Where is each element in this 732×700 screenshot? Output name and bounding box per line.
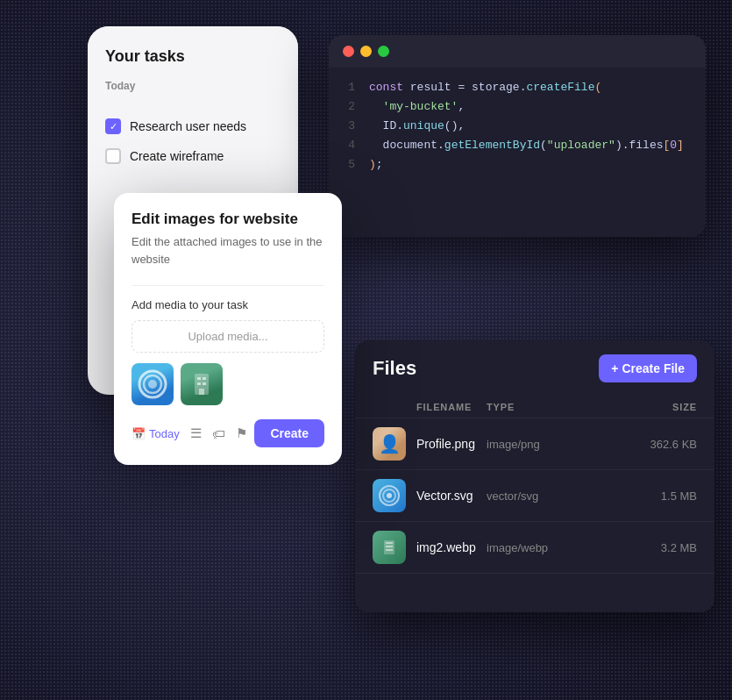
- code-titlebar: [329, 35, 706, 68]
- svg-rect-6: [386, 549, 393, 551]
- line-number: 3: [343, 117, 355, 136]
- code-line-1: 1 const result = storage.createFile(: [343, 78, 692, 97]
- svg-rect-15: [199, 389, 204, 395]
- footer-icons: 📅 Today ☰ 🏷 ⚑: [131, 425, 247, 441]
- building-thumb-icon: [377, 535, 402, 560]
- media-thumb-1[interactable]: [131, 363, 174, 405]
- line-number: 5: [343, 155, 355, 175]
- media-thumb-2[interactable]: [181, 363, 223, 405]
- files-panel: Files + Create File FILENAME TYPE SIZE 👤…: [355, 340, 714, 612]
- file-name-vector: Vector.svg: [416, 489, 487, 503]
- file-row-vector[interactable]: Vector.svg vector/svg 1.5 MB: [355, 470, 714, 522]
- create-task-button[interactable]: Create: [254, 419, 324, 447]
- file-name-profile: Profile.png: [416, 437, 487, 451]
- task-checkbox-1[interactable]: ✓: [105, 118, 121, 134]
- vector-svg-icon: [377, 483, 402, 508]
- flag-icon[interactable]: ⚑: [236, 425, 247, 441]
- task-item-1: ✓ Research user needs: [88, 111, 298, 141]
- upload-placeholder: Upload media...: [188, 330, 267, 343]
- task-label-2: Create wireframe: [130, 149, 224, 163]
- file-thumb-img2: [373, 531, 406, 564]
- file-type-profile: image/png: [487, 438, 609, 451]
- filename-col-header: FILENAME: [416, 402, 487, 412]
- svg-rect-12: [203, 377, 206, 380]
- divider-1: [131, 285, 324, 286]
- code-body: 1 const result = storage.createFile( 2 '…: [329, 68, 706, 185]
- stripes-thumb-icon: [135, 367, 170, 402]
- files-header: Files + Create File: [355, 340, 714, 396]
- list-icon[interactable]: ☰: [190, 425, 202, 441]
- minimize-dot: [360, 46, 372, 57]
- file-name-img2: img2.webp: [416, 540, 487, 554]
- line-number: 4: [343, 136, 355, 155]
- modal-title: Edit images for website: [131, 211, 324, 228]
- svg-rect-11: [197, 377, 201, 380]
- modal-footer: 📅 Today ☰ 🏷 ⚑ Create: [131, 419, 324, 447]
- file-type-vector: vector/svg: [487, 489, 609, 503]
- svg-rect-14: [203, 382, 206, 385]
- size-col-header: SIZE: [609, 402, 697, 412]
- type-col-header: TYPE: [487, 402, 609, 412]
- file-size-img2: 3.2 MB: [609, 541, 697, 554]
- date-tag[interactable]: 📅 Today: [131, 427, 180, 440]
- close-dot: [343, 46, 354, 57]
- task-checkbox-2[interactable]: [105, 148, 121, 164]
- file-size-vector: 1.5 MB: [609, 489, 697, 503]
- line-number: 2: [343, 97, 355, 117]
- code-line-4: 4 document.getElementById("uploader").fi…: [343, 136, 692, 155]
- file-thumb-profile: 👤: [373, 427, 406, 461]
- line-number: 1: [343, 78, 355, 97]
- date-label: Today: [149, 427, 180, 440]
- code-line-5: 5 );: [343, 155, 692, 175]
- svg-rect-5: [386, 546, 393, 547]
- file-thumb-vector: [373, 479, 406, 512]
- files-table-header: FILENAME TYPE SIZE: [355, 396, 714, 418]
- calendar-icon: 📅: [131, 427, 146, 440]
- upload-media-area[interactable]: Upload media...: [131, 320, 324, 353]
- task-item-2: Create wireframe: [88, 141, 298, 171]
- building-thumb2-icon: [184, 367, 219, 402]
- code-line-3: 3 ID.unique(),: [343, 117, 692, 136]
- create-file-button[interactable]: + Create File: [599, 354, 697, 382]
- code-line-2: 2 'my-bucket',: [343, 97, 692, 117]
- svg-point-2: [387, 493, 392, 498]
- task-creation-modal: Edit images for website Edit the attache…: [114, 193, 342, 465]
- files-panel-title: Files: [373, 357, 416, 380]
- svg-rect-13: [197, 382, 201, 385]
- svg-rect-4: [386, 542, 393, 544]
- tag-icon[interactable]: 🏷: [212, 426, 225, 441]
- svg-point-9: [148, 380, 157, 389]
- file-row-img2[interactable]: img2.webp image/webp 3.2 MB: [355, 522, 714, 574]
- task-label-1: Research user needs: [130, 119, 246, 133]
- code-editor-panel: 1 const result = storage.createFile( 2 '…: [329, 35, 706, 237]
- media-section-label: Add media to your task: [131, 298, 324, 311]
- maximize-dot: [378, 46, 389, 57]
- file-size-profile: 362.6 KB: [609, 438, 697, 451]
- modal-description: Edit the attached images to use in the w…: [131, 233, 324, 268]
- tasks-panel-title: Your tasks: [105, 47, 281, 66]
- file-type-img2: image/webp: [487, 541, 609, 554]
- media-thumbnails: [131, 363, 324, 405]
- tasks-section-label: Today: [105, 80, 281, 92]
- file-row-profile[interactable]: 👤 Profile.png image/png 362.6 KB: [355, 418, 714, 470]
